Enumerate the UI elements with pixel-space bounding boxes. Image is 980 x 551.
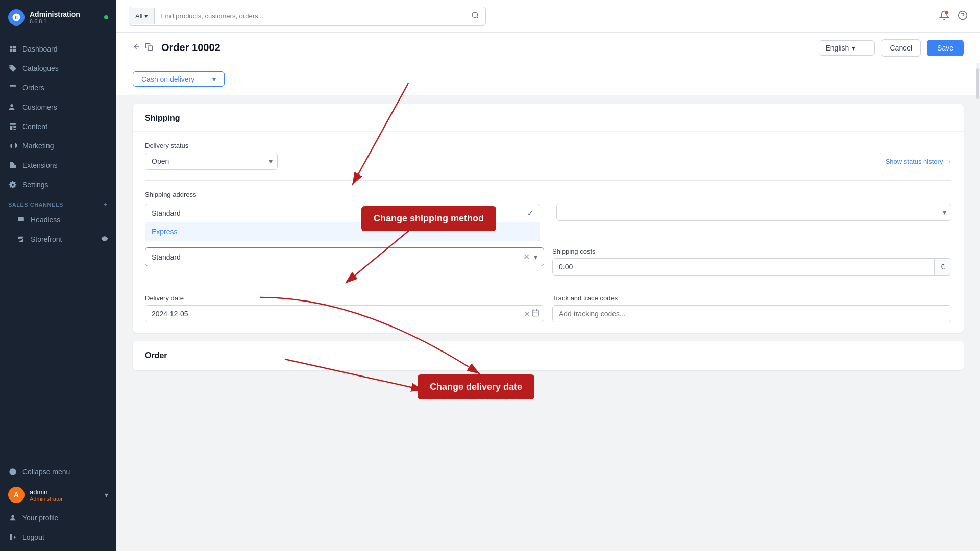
delivery-date-label: Delivery date (145, 294, 544, 302)
sidebar-item-extensions[interactable]: Extensions (0, 156, 116, 175)
scrollbar-track (976, 63, 980, 551)
sidebar-item-headless[interactable]: Headless (0, 210, 116, 230)
shipping-costs-input[interactable] (553, 259, 934, 275)
sidebar-item-logout[interactable]: Logout (0, 528, 116, 547)
sidebar: Administration 6.6.8.1 Dashboard Catalog… (0, 0, 116, 551)
shipping-method-input[interactable]: Standard ✕ ▾ (145, 247, 544, 266)
delivery-status-select[interactable]: Open (145, 153, 278, 170)
calendar-icon-button[interactable] (531, 309, 540, 319)
sidebar-item-catalogues[interactable]: Catalogues (0, 59, 116, 78)
users-icon (8, 103, 17, 112)
svg-rect-3 (13, 129, 16, 130)
shipping-method-chevron-icon: ▾ (534, 253, 537, 261)
shipping-method-clear-button[interactable]: ✕ (523, 252, 530, 262)
address-select: ▾ (556, 204, 951, 221)
storefront-visibility-icon[interactable] (101, 235, 108, 244)
page-content: Cash on delivery ▾ Shipping Delivery sta… (116, 63, 980, 379)
dropdown-express-label: Express (152, 228, 178, 236)
search-wrapper: All ▾ (129, 7, 486, 26)
topbar: All ▾ (116, 0, 980, 33)
svg-point-8 (472, 12, 478, 18)
delivery-status-label: Delivery status (145, 142, 951, 149)
back-icon[interactable] (133, 43, 141, 53)
search-filter-label: All (135, 12, 142, 20)
copy-icon[interactable] (145, 43, 153, 53)
sidebar-item-storefront[interactable]: Storefront (0, 230, 116, 249)
save-button[interactable]: Save (927, 40, 964, 56)
dropdown-standard-label: Standard (152, 209, 181, 217)
svg-rect-1 (10, 126, 12, 130)
search-filter-button[interactable]: All ▾ (129, 8, 155, 24)
sidebar-item-settings[interactable]: Settings (0, 175, 116, 194)
svg-point-5 (104, 238, 106, 240)
track-trace-label: Track and trace codes (552, 294, 951, 302)
tag-icon (8, 64, 17, 73)
delivery-status-select-wrapper: Open ▾ (145, 153, 278, 170)
user-role: Administrator (30, 496, 100, 502)
storefront-icon (16, 235, 26, 244)
user-name: admin (30, 488, 100, 496)
svg-rect-4 (18, 217, 24, 221)
language-value: English (825, 44, 849, 52)
add-sales-channel-icon[interactable]: ＋ (103, 201, 109, 208)
dropdown-item-standard[interactable]: Standard ✓ (145, 204, 540, 222)
show-status-history-link[interactable]: Show status history → (886, 158, 951, 165)
tracking-codes-input[interactable] (552, 305, 951, 322)
sidebar-item-marketing[interactable]: Marketing (0, 136, 116, 156)
scrollbar-thumb[interactable] (976, 68, 979, 99)
date-clear-button[interactable]: ✕ (524, 309, 530, 319)
search-input[interactable] (155, 8, 465, 24)
sidebar-item-customers[interactable]: Customers (0, 97, 116, 117)
sidebar-item-content[interactable]: Content (0, 117, 116, 136)
sidebar-item-orders[interactable]: Orders (0, 78, 116, 97)
page-title: Order 10002 (161, 42, 220, 54)
puzzle-icon (8, 161, 17, 170)
sidebar-item-profile[interactable]: Your profile (0, 508, 116, 528)
box-icon (8, 83, 17, 92)
megaphone-icon (8, 141, 17, 151)
dropdown-item-express[interactable]: Express (145, 222, 540, 241)
user-initial: A (14, 491, 19, 499)
sidebar-header: Administration 6.6.8.1 (0, 0, 116, 35)
shipping-method-text: Standard (152, 253, 181, 261)
dropdown-standard-checkmark-icon: ✓ (527, 209, 533, 217)
search-button[interactable] (465, 7, 485, 25)
headless-icon (16, 215, 26, 224)
help-icon[interactable] (958, 10, 968, 22)
sidebar-item-dashboard[interactable]: Dashboard (0, 39, 116, 59)
notification-icon[interactable] (939, 10, 949, 22)
shipping-address-select[interactable] (556, 204, 951, 221)
sidebar-item-storefront-label: Storefront (31, 235, 62, 243)
cancel-button[interactable]: Cancel (881, 39, 921, 57)
user-menu-trigger[interactable]: A admin Administrator ▾ (0, 482, 116, 508)
shipping-costs-label: Shipping costs (552, 247, 951, 255)
delivery-date-input[interactable] (145, 306, 524, 322)
language-selector[interactable]: English ▾ (819, 40, 875, 56)
sidebar-item-logout-label: Logout (22, 533, 44, 541)
sidebar-item-catalogues-label: Catalogues (22, 64, 59, 72)
brand-logo (8, 9, 24, 26)
svg-point-7 (11, 515, 14, 518)
sidebar-item-profile-label: Your profile (22, 514, 58, 522)
sales-channels-section: Sales Channels ＋ (0, 194, 116, 210)
address-select-wrapper: ▾ (556, 204, 951, 221)
sidebar-item-settings-label: Settings (22, 181, 48, 189)
svg-rect-11 (148, 46, 153, 51)
svg-point-9 (945, 11, 949, 15)
brand-name: Administration (30, 10, 80, 18)
brand-info: Administration 6.6.8.1 (30, 10, 80, 24)
collapse-menu-item[interactable]: Collapse menu (0, 462, 116, 482)
shipping-address-label: Shipping address (145, 191, 951, 198)
sidebar-item-orders-label: Orders (22, 84, 44, 92)
shipping-method-dropdown-container: Standard ✓ Express (145, 204, 951, 241)
topbar-icons (939, 10, 968, 22)
date-input-actions: ✕ (524, 309, 544, 319)
sidebar-nav: Dashboard Catalogues Orders Customers Co… (0, 35, 116, 458)
shipping-costs-input-wrapper: € (552, 258, 951, 276)
header-actions: English ▾ Cancel Save (819, 39, 964, 57)
sales-channels-label: Sales Channels (8, 202, 63, 208)
layout-icon (8, 122, 17, 131)
brand-version: 6.6.8.1 (30, 18, 80, 24)
collapse-menu-label: Collapse menu (22, 468, 70, 476)
user-info: admin Administrator (30, 488, 100, 502)
